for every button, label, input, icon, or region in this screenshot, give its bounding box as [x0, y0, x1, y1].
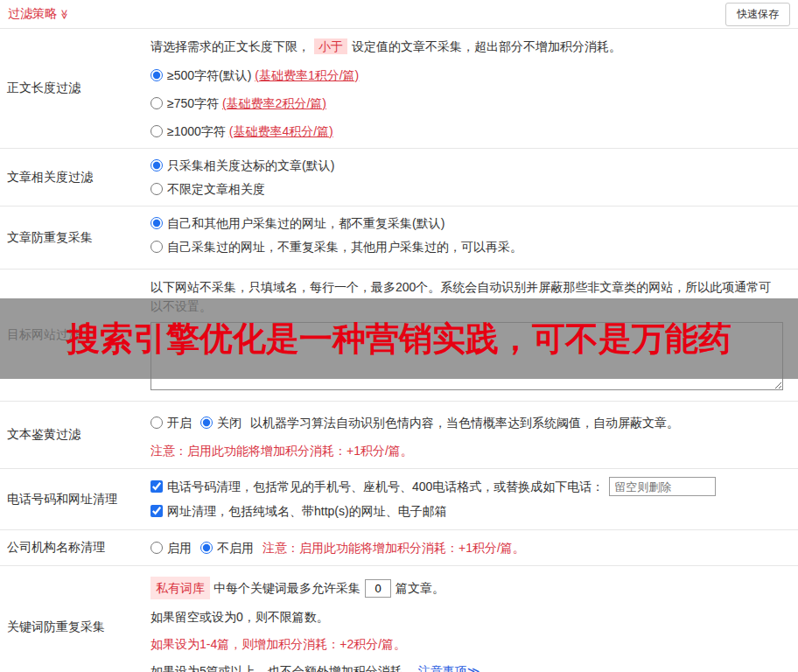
dedup-option-global[interactable]: 自己和其他用户采集过的网址，都不重复采集(默认) — [150, 214, 789, 232]
porn-filter-desc: 以机器学习算法自动识别色情内容，当色情概率达到系统阈值，自动屏蔽文章。 — [250, 413, 679, 432]
row-length-filter: 正文长度过滤 请选择需求的正文长度下限，小于设定值的文章不采集，超出部分不增加积… — [0, 29, 798, 149]
relevance-option-strict-radio[interactable] — [150, 159, 163, 172]
relevance-option-strict[interactable]: 只采集相关度达标的文章(默认) — [150, 157, 789, 174]
notice-link[interactable]: 注意事项≫ — [418, 662, 480, 672]
dedup-option-global-radio[interactable] — [150, 217, 163, 229]
relevance-filter-label: 文章相关度过滤 — [0, 149, 150, 206]
porn-option-on[interactable]: 开启 — [150, 413, 192, 432]
keyword-limit-text: 中每个关键词最多允许采集 — [214, 578, 360, 598]
porn-filter-label: 文本鉴黄过滤 — [0, 402, 150, 468]
url-cleanup-checkbox[interactable] — [150, 505, 163, 517]
row-relevance-filter: 文章相关度过滤 只采集相关度达标的文章(默认) 不限定文章相关度 — [0, 149, 798, 206]
relevance-option-strict-text: 只采集相关度达标的文章(默认) — [167, 157, 334, 174]
length-desc-suffix: 设定值的文章不采集，超出部分不增加积分消耗。 — [352, 39, 621, 53]
length-filter-desc: 请选择需求的正文长度下限，小于设定值的文章不采集，超出部分不增加积分消耗。 — [150, 37, 789, 56]
relevance-option-any-radio[interactable] — [150, 183, 163, 195]
porn-option-on-text: 开启 — [167, 413, 192, 432]
dedup-option-self[interactable]: 自己采集过的网址，不重复采集，其他用户采集过的，可以再采。 — [150, 238, 789, 256]
porn-filter-options: 开启 关闭 以机器学习算法自动识别色情内容，当色情概率达到系统阈值，自动屏蔽文章… — [150, 413, 789, 432]
length-option-750-fee: (基础费率2积分/篇) — [222, 94, 326, 112]
url-cleanup-option[interactable]: 网址清理，包括纯域名、带http(s)的网址、电子邮箱 — [150, 502, 789, 520]
relevance-option-any-text: 不限定文章相关度 — [167, 180, 265, 198]
company-option-on-radio[interactable] — [150, 542, 163, 554]
phone-cleanup-label: 电话号码和网址清理 — [0, 469, 150, 529]
porn-filter-note: 注意：启用此功能将增加积分消耗：+1积分/篇。 — [150, 441, 789, 460]
length-option-1000-text: ≥1000字符 — [167, 122, 226, 140]
length-option-500-radio[interactable] — [150, 69, 163, 81]
length-option-750-text: ≥750字符 — [167, 94, 219, 112]
keyword-note-free: 如果设为5篇或以上，也不会额外增加积分消耗。 注意事项≫ — [150, 662, 789, 672]
dedup-option-global-text: 自己和其他用户采集过的网址，都不重复采集(默认) — [167, 214, 444, 232]
page-title[interactable]: 过滤策略≫ — [8, 6, 70, 22]
phone-cleanup-option[interactable]: 电话号码清理，包括常见的手机号、座机号、400电话格式，或替换成如下电话： — [150, 477, 789, 496]
row-porn-filter: 文本鉴黄过滤 开启 关闭 以机器学习算法自动识别色情内容，当色情概率达到系统阈值… — [0, 402, 798, 469]
company-option-on[interactable]: 启用 — [150, 538, 192, 557]
page-title-text: 过滤策略 — [8, 6, 57, 20]
porn-option-off[interactable]: 关闭 — [200, 413, 242, 432]
company-option-off-radio[interactable] — [200, 542, 213, 554]
company-cleanup-label: 公司机构名称清理 — [0, 530, 150, 565]
porn-option-off-text: 关闭 — [217, 413, 242, 432]
length-option-750[interactable]: ≥750字符 (基础费率2积分/篇) — [150, 94, 789, 112]
company-cleanup-options: 启用 不启用 注意：启用此功能将增加积分消耗：+1积分/篇。 — [150, 538, 789, 557]
length-desc-highlight: 小于 — [314, 38, 347, 54]
length-option-1000-fee: (基础费率4积分/篇) — [229, 122, 333, 140]
length-option-500[interactable]: ≥500字符(默认) (基础费率1积分/篇) — [150, 66, 789, 84]
relevance-option-any[interactable]: 不限定文章相关度 — [150, 180, 789, 198]
page-header: 过滤策略≫ 快速保存 — [0, 0, 798, 29]
company-cleanup-note: 注意：启用此功能将增加积分消耗：+1积分/篇。 — [262, 538, 525, 557]
length-option-1000[interactable]: ≥1000字符 (基础费率4积分/篇) — [150, 122, 789, 140]
dedup-option-self-radio[interactable] — [150, 241, 163, 253]
keyword-note-free-text: 如果设为5篇或以上，也不会额外增加积分消耗。 — [150, 662, 415, 672]
length-option-500-fee: (基础费率1积分/篇) — [255, 66, 359, 84]
row-phone-cleanup: 电话号码和网址清理 电话号码清理，包括常见的手机号、座机号、400电话格式，或替… — [0, 469, 798, 530]
length-filter-label: 正文长度过滤 — [0, 29, 150, 148]
keyword-note-cost: 如果设为1-4篇，则增加积分消耗：+2积分/篇。 — [150, 634, 789, 654]
length-option-750-radio[interactable] — [150, 97, 163, 109]
keyword-dedup-label: 关键词防重复采集 — [0, 566, 150, 672]
row-keyword-dedup: 关键词防重复采集 私有词库 中每个关键词最多允许采集 篇文章。 如果留空或设为0… — [0, 566, 798, 672]
company-option-off[interactable]: 不启用 — [200, 538, 254, 557]
chevron-down-icon: ≫ — [59, 10, 70, 20]
watermark-band: 搜索引擎优化是一种营销实践，可不是万能药 — [0, 298, 798, 379]
keyword-count-input[interactable] — [365, 579, 391, 598]
company-option-off-text: 不启用 — [217, 538, 254, 557]
porn-option-off-radio[interactable] — [200, 416, 213, 429]
private-lexicon-badge: 私有词库 — [150, 577, 210, 599]
dedup-option-self-text: 自己采集过的网址，不重复采集，其他用户采集过的，可以再采。 — [167, 238, 522, 256]
dedup-filter-label: 文章防重复采集 — [0, 206, 150, 269]
porn-option-on-radio[interactable] — [150, 416, 163, 429]
row-company-cleanup: 公司机构名称清理 启用 不启用 注意：启用此功能将增加积分消耗：+1积分/篇。 — [0, 530, 798, 566]
length-option-1000-radio[interactable] — [150, 125, 163, 137]
watermark-text: 搜索引擎优化是一种营销实践，可不是万能药 — [66, 317, 732, 361]
length-desc-prefix: 请选择需求的正文长度下限， — [150, 39, 310, 53]
length-option-500-text: ≥500字符(默认) — [167, 66, 251, 84]
keyword-limit-suffix: 篇文章。 — [396, 578, 444, 598]
row-dedup-filter: 文章防重复采集 自己和其他用户采集过的网址，都不重复采集(默认) 自己采集过的网… — [0, 206, 798, 270]
keyword-note-unlimited: 如果留空或设为0，则不限篇数。 — [150, 607, 789, 626]
keyword-limit-line: 私有词库 中每个关键词最多允许采集 篇文章。 — [150, 577, 789, 599]
phone-cleanup-checkbox[interactable] — [150, 480, 163, 493]
url-cleanup-text: 网址清理，包括纯域名、带http(s)的网址、电子邮箱 — [167, 502, 447, 520]
company-option-on-text: 启用 — [167, 538, 192, 557]
replacement-phone-input[interactable] — [609, 477, 716, 496]
phone-cleanup-text: 电话号码清理，包括常见的手机号、座机号、400电话格式，或替换成如下电话： — [167, 478, 604, 495]
quick-save-button[interactable]: 快速保存 — [725, 3, 790, 26]
